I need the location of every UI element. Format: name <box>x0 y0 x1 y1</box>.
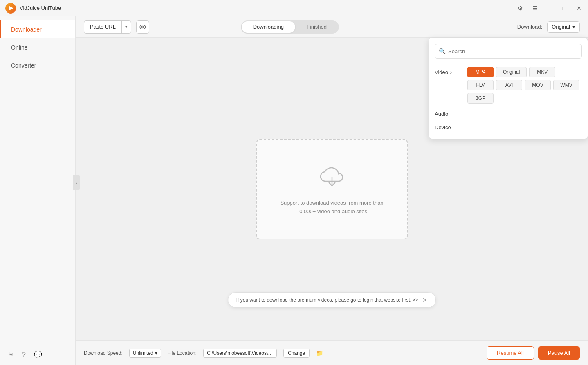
theme-icon[interactable]: ☀ <box>8 351 14 358</box>
notification-bar: If you want to download the premium vide… <box>228 292 436 308</box>
app-brand: VidJuice UniTube <box>5 2 61 14</box>
sidebar-item-downloader[interactable]: Downloader <box>0 20 75 38</box>
format-btn-mov[interactable]: MOV <box>525 80 551 90</box>
speed-select[interactable]: Unlimited ▾ <box>129 349 161 358</box>
video-category-label: Video > <box>435 67 467 75</box>
chat-icon[interactable]: 💬 <box>34 351 42 358</box>
settings-icon[interactable]: ⚙ <box>516 4 524 12</box>
search-icon: 🔍 <box>439 48 446 54</box>
drop-zone-text: Support to download videos from more tha… <box>280 199 383 216</box>
app-title: VidJuice UniTube <box>20 5 61 11</box>
format-search-wrap: 🔍 <box>435 44 582 59</box>
sidebar-item-converter[interactable]: Converter <box>0 56 75 74</box>
audio-category-label: Audio <box>435 108 467 117</box>
format-dropdown-arrow: ▾ <box>572 24 575 30</box>
bottom-actions: Resume All Pause All <box>487 346 580 360</box>
format-search-input[interactable] <box>435 44 582 59</box>
format-btn-3gp[interactable]: 3GP <box>467 93 494 104</box>
format-btn-original[interactable]: Original <box>496 67 527 77</box>
drop-zone: Support to download videos from more tha… <box>256 139 408 239</box>
format-btn-flv[interactable]: FLV <box>467 80 494 90</box>
app-logo <box>5 2 16 14</box>
paste-url-label[interactable]: Paste URL <box>84 21 122 33</box>
titlebar: VidJuice UniTube ⚙ ☰ — □ ✕ <box>0 0 588 16</box>
video-arrow: > <box>450 70 452 75</box>
video-format-options: MP4 Original MKV FLV AVI MOV WMV 3GP <box>467 67 582 104</box>
format-row-device: Device <box>435 119 582 133</box>
download-label: Download: <box>517 24 542 30</box>
download-cloud-icon <box>316 162 348 192</box>
main-content: Paste URL ▾ Downloading Finished Downloa… <box>76 16 588 365</box>
bottom-bar: Download Speed: Unlimited ▾ File Locatio… <box>76 340 588 365</box>
change-location-button[interactable]: Change <box>283 349 310 358</box>
format-btn-mkv[interactable]: MKV <box>529 67 555 77</box>
app-body: Downloader Online Converter ☀ ? 💬 ‹ Past… <box>0 16 588 365</box>
speed-dropdown-arrow: ▾ <box>155 350 157 356</box>
menu-icon[interactable]: ☰ <box>531 4 539 12</box>
speed-label: Download Speed: <box>84 350 123 356</box>
tab-finished[interactable]: Finished <box>295 21 338 33</box>
file-location-label: File Location: <box>168 350 197 356</box>
download-tabs: Downloading Finished <box>241 20 339 34</box>
paste-url-dropdown-arrow[interactable]: ▾ <box>122 21 131 33</box>
format-btn-mp4[interactable]: MP4 <box>467 67 494 77</box>
file-path-display: C:\Users\mobeesoft\Videos\VidJuice <box>203 349 277 358</box>
format-categories: Video > MP4 Original MKV FLV AVI MOV WMV… <box>435 64 582 133</box>
notification-close-button[interactable]: ✕ <box>422 297 427 303</box>
svg-point-2 <box>140 25 146 29</box>
sidebar: Downloader Online Converter ☀ ? 💬 <box>0 16 76 365</box>
toolbar: Paste URL ▾ Downloading Finished Downloa… <box>76 16 588 38</box>
window-controls: ⚙ ☰ — □ ✕ <box>516 4 583 12</box>
sidebar-bottom: ☀ ? 💬 <box>0 344 75 365</box>
sidebar-item-online[interactable]: Online <box>0 38 75 56</box>
eye-button[interactable] <box>136 20 149 34</box>
paste-url-button[interactable]: Paste URL ▾ <box>84 20 131 34</box>
notification-text: If you want to download the premium vide… <box>236 297 419 303</box>
format-row-video: Video > MP4 Original MKV FLV AVI MOV WMV… <box>435 64 582 106</box>
format-btn-wmv[interactable]: WMV <box>553 80 579 90</box>
tab-downloading[interactable]: Downloading <box>242 21 295 33</box>
format-btn-avi[interactable]: AVI <box>496 80 522 90</box>
format-popup: 🔍 Video > MP4 Original MKV <box>429 38 588 139</box>
svg-point-3 <box>141 26 144 28</box>
close-button[interactable]: ✕ <box>575 4 583 12</box>
sidebar-collapse-arrow[interactable]: ‹ <box>73 175 80 190</box>
download-format-button[interactable]: Original ▾ <box>547 21 580 33</box>
device-category-label: Device <box>435 122 467 131</box>
maximize-button[interactable]: □ <box>560 4 568 12</box>
resume-all-button[interactable]: Resume All <box>487 346 534 360</box>
help-icon[interactable]: ? <box>22 351 26 358</box>
pause-all-button[interactable]: Pause All <box>538 346 580 360</box>
minimize-button[interactable]: — <box>545 4 554 12</box>
format-row-audio: Audio <box>435 106 582 119</box>
folder-icon[interactable]: 📁 <box>316 350 323 356</box>
